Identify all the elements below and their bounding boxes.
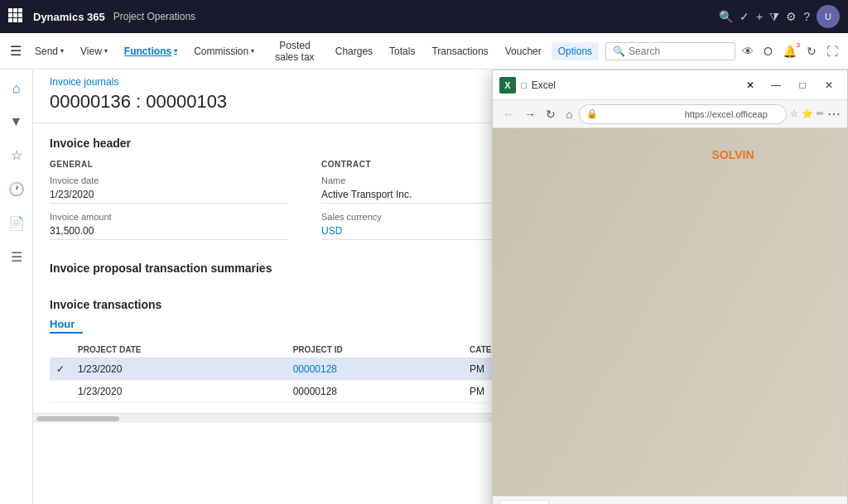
sidebar: ⌂ ▼ ☆ 🕐 📄 ☰ <box>0 70 33 504</box>
star-icon[interactable]: ⭐ <box>802 108 813 119</box>
ribbon-voucher-button[interactable]: Voucher <box>499 42 548 60</box>
general-col: GENERAL Invoice date 1/23/2020 Invoice a… <box>50 160 288 248</box>
minimize-button[interactable]: — <box>764 74 788 97</box>
app-product: Project Operations <box>113 11 195 22</box>
lock-icon: 🔒 <box>586 108 681 119</box>
row2-date: 1/23/2020 <box>71 381 287 403</box>
app-bar: Dynamics 365 Project Operations 🔍 ✓ + ⧩ … <box>0 0 848 33</box>
inv-logo2: SOLVIN <box>769 138 836 171</box>
col-project-date: Project date <box>71 342 287 358</box>
invoice-amount-field: Invoice amount 31,500.00 <box>50 212 288 240</box>
settings-icon[interactable]: ⚙ <box>786 10 797 23</box>
sidebar-list-icon[interactable]: ☰ <box>6 244 27 270</box>
row2-project-id: 00000128 <box>287 381 463 403</box>
ribbon-posted-sales-tax-button[interactable]: Posted sales tax <box>264 36 325 66</box>
browser-toolbar: ← → ↻ ⌂ 🔒 https://excel.officeap ☆ ⭐ ✏ ⋯ <box>493 100 847 128</box>
user-avatar[interactable]: U <box>817 5 840 28</box>
back-button[interactable]: ← <box>499 106 518 122</box>
ribbon-search-input[interactable] <box>629 46 728 57</box>
back-arrow[interactable]: ✕ <box>741 78 759 93</box>
refresh-icon[interactable]: ↻ <box>803 41 820 61</box>
general-header: GENERAL <box>50 160 288 169</box>
new-tab-icon[interactable]: □ <box>521 80 527 90</box>
sidebar-document-icon[interactable]: 📄 <box>3 210 30 236</box>
excel-content: Invoice SOLVIN SOLVIN <box>493 128 847 496</box>
forward-button[interactable]: → <box>521 106 539 122</box>
home-button[interactable]: ⌂ <box>562 106 576 122</box>
inv-doc-header: Invoice SOLVIN SOLVIN <box>504 138 836 171</box>
grid-icon[interactable] <box>8 8 25 25</box>
search-icon: 🔍 <box>613 46 625 57</box>
row1-date: 1/23/2020 <box>71 358 287 381</box>
excel-window-controls: — □ ✕ <box>764 74 841 97</box>
reload-button[interactable]: ↻ <box>542 106 559 122</box>
filter-icon[interactable]: ⧩ <box>769 10 779 24</box>
excel-tab-invoice[interactable]: Invoice <box>499 500 549 504</box>
row1-project-id[interactable]: 00000128 <box>287 358 463 381</box>
ribbon-commission-button[interactable]: Commission ▾ <box>187 42 261 60</box>
bookmark-icon[interactable]: ☆ <box>790 108 798 119</box>
excel-titlebar: X □ Excel ✕ — □ ✕ <box>493 70 847 100</box>
ribbon: ☰ Send ▾ View ▾ Functions ▾ Commission ▾… <box>0 33 848 70</box>
url-text: https://excel.officeap <box>685 109 779 119</box>
invoice-date-value: 1/23/2020 <box>50 187 288 204</box>
help-icon[interactable]: ? <box>803 10 810 23</box>
invoice-amount-value: 31,500.00 <box>50 223 288 240</box>
hour-underline <box>50 332 83 334</box>
maximize-button[interactable]: □ <box>791 74 814 97</box>
url-bar[interactable]: 🔒 https://excel.officeap <box>579 104 787 124</box>
excel-tab-bar: Invoice <box>493 496 847 504</box>
notifications-icon[interactable]: 🔔3 <box>779 41 800 61</box>
ribbon-functions-button[interactable]: Functions ▾ <box>118 42 184 60</box>
ribbon-search-bar[interactable]: 🔍 <box>605 42 735 60</box>
ribbon-options-button[interactable]: Options <box>552 42 599 60</box>
excel-title: Excel <box>532 79 736 91</box>
inv-logos: SOLVIN SOLVIN <box>700 138 836 171</box>
excel-popup: X □ Excel ✕ — □ ✕ ← → ↻ ⌂ 🔒 https://exce… <box>492 70 848 504</box>
scroll-thumb[interactable] <box>36 416 119 421</box>
plus-icon[interactable]: + <box>756 10 763 23</box>
close-button[interactable]: ✕ <box>817 74 841 97</box>
sidebar-star-icon[interactable]: ☆ <box>6 142 27 168</box>
ribbon-view-button[interactable]: View ▾ <box>74 42 114 60</box>
sidebar-clock-icon[interactable]: 🕐 <box>3 176 30 202</box>
ribbon-charges-button[interactable]: Charges <box>329 42 379 60</box>
checkmark-icon[interactable]: ✓ <box>740 10 749 23</box>
more-options-button[interactable]: ⋯ <box>827 106 841 122</box>
search-icon[interactable]: 🔍 <box>719 10 733 23</box>
ribbon-totals-button[interactable]: Totals <box>383 42 422 60</box>
col-project-id: Project ID <box>287 342 463 358</box>
col-check <box>50 342 71 358</box>
app-bar-icons: 🔍 ✓ + ⧩ ⚙ ? U <box>719 5 840 28</box>
sidebar-filter-icon[interactable]: ▼ <box>5 109 28 134</box>
fullscreen-icon[interactable]: ⛶ <box>823 41 841 61</box>
main-layout: ⌂ ▼ ☆ 🕐 📄 ☰ Invoice journals 00000136 : … <box>0 70 848 504</box>
hamburger-menu[interactable]: ☰ <box>7 40 25 62</box>
main-content: Invoice journals 00000136 : 00000103 Inv… <box>33 70 848 504</box>
ribbon-transactions-button[interactable]: Transactions <box>425 42 494 60</box>
eye-icon[interactable]: 👁 <box>739 41 757 61</box>
app-logo: Dynamics 365 <box>33 11 105 23</box>
excel-icon: X <box>499 77 516 94</box>
sidebar-home-icon[interactable]: ⌂ <box>7 76 26 101</box>
ribbon-send-button[interactable]: Send ▾ <box>28 42 70 60</box>
office-icon[interactable]: O <box>760 41 776 61</box>
invoice-date-field: Invoice date 1/23/2020 <box>50 175 288 204</box>
invoice-document: Invoice SOLVIN SOLVIN <box>493 128 847 496</box>
pen-icon[interactable]: ✏ <box>817 108 824 119</box>
